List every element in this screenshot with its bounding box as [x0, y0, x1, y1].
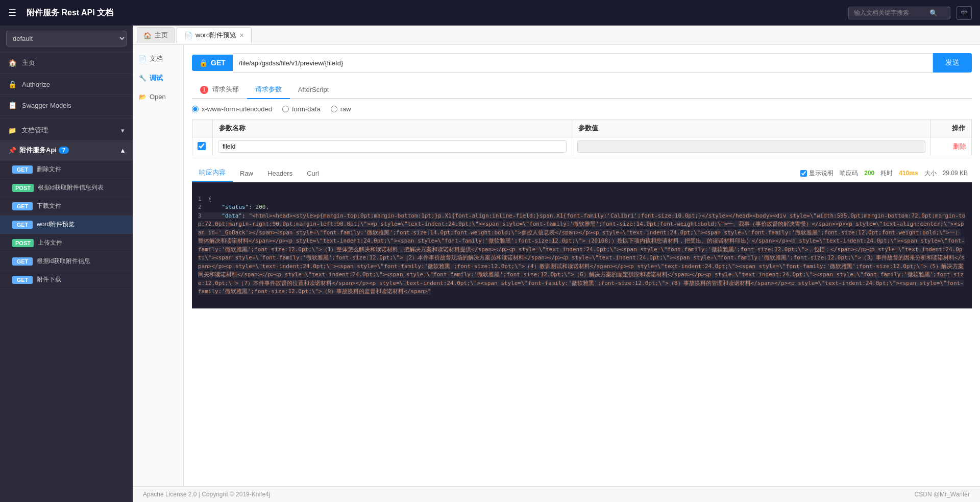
- param-checkbox[interactable]: [198, 142, 206, 150]
- error-badge: 1: [200, 86, 208, 94]
- api-item-get-list[interactable]: POST 根据id获取附件信息列表: [0, 179, 133, 197]
- status-code-label: 响应码: [840, 169, 858, 178]
- sidebar-item-swagger-models[interactable]: 📋 Swagger Models: [0, 95, 133, 116]
- lang-button[interactable]: 中: [957, 6, 972, 20]
- api-item-label: 附件下载: [37, 275, 61, 284]
- api-item-word-preview[interactable]: GET word附件预览: [0, 216, 133, 234]
- show-desc: 显示说明: [800, 169, 834, 178]
- radio-formdata-label: form-data: [292, 105, 321, 113]
- main-panel: 🔒 GET 发送 1 请求头部 请求参数 Aft: [184, 45, 980, 486]
- radio-urlencoded-label: x-www-form-urlencoded: [202, 105, 272, 113]
- collapse-arrow: ▴: [121, 147, 125, 154]
- col-action: 操作: [931, 119, 972, 137]
- word-preview-tab-label: word附件预览: [195, 31, 236, 40]
- footer: Apache License 2.0 | Copyright © 2019-Kn…: [133, 486, 980, 502]
- size-label: 大小: [924, 169, 937, 178]
- sidebar-item-authorize[interactable]: 🔒 Authorize: [0, 74, 133, 95]
- request-header-label: 请求头部: [212, 85, 239, 93]
- api-group-label: 附件服务Api: [19, 146, 57, 155]
- api-icon: 📌: [8, 147, 16, 154]
- api-item-label: 下载文件: [37, 202, 61, 210]
- resp-tab-content[interactable]: 响应内容: [192, 164, 233, 182]
- time-value: 410ms: [899, 170, 918, 177]
- tab-request-params[interactable]: 请求参数: [247, 81, 290, 98]
- sidebar-item-label: Swagger Models: [22, 102, 71, 109]
- api-item-label: 根据id获取附件信息: [37, 257, 90, 266]
- radio-raw-input[interactable]: [331, 106, 337, 112]
- main-layout: default 🏠 主页 🔒 Authorize 📋 Swagger Model…: [0, 26, 980, 502]
- radio-urlencoded-input[interactable]: [192, 106, 199, 112]
- folder-icon: 📁: [8, 127, 16, 134]
- api-item-download[interactable]: GET 下载文件: [0, 197, 133, 216]
- radio-raw[interactable]: raw: [331, 105, 351, 113]
- tab-close-icon[interactable]: ✕: [239, 32, 244, 39]
- env-select[interactable]: default: [6, 31, 127, 46]
- sidebar-file-mgmt[interactable]: 📁 文档管理 ▾: [0, 121, 133, 140]
- send-button[interactable]: 发送: [933, 53, 972, 73]
- open-icon: 📂: [139, 93, 146, 101]
- api-item-get-info[interactable]: GET 根据id获取附件信息: [0, 252, 133, 271]
- api-count-badge: 7: [59, 147, 69, 154]
- content-area: 🏠 主页 📄 word附件预览 ✕ 📄 文档 🔧 调试: [133, 26, 980, 502]
- col-param-value: 参数值: [572, 119, 931, 137]
- method-get-badge: GET: [12, 221, 33, 229]
- afterscript-label: AfterScript: [298, 86, 329, 93]
- menu-icon[interactable]: ☰: [8, 7, 16, 18]
- clipboard-icon: 📋: [8, 101, 17, 109]
- api-item-delete-file[interactable]: GET 删除文件: [0, 160, 133, 179]
- radio-group: x-www-form-urlencoded form-data raw: [192, 105, 972, 113]
- env-select-container: default: [0, 26, 133, 52]
- sidebar-item-home[interactable]: 🏠 主页: [0, 52, 133, 74]
- method-get-badge: GET: [12, 165, 33, 174]
- left-nav-doc[interactable]: 📄 文档: [133, 49, 183, 68]
- left-nav-debug[interactable]: 🔧 调试: [133, 68, 183, 88]
- delete-param-button[interactable]: 删除: [953, 142, 966, 151]
- time-label: 耗时: [880, 169, 893, 178]
- api-item-label: 上传文件: [38, 238, 62, 247]
- radio-formdata[interactable]: form-data: [282, 105, 321, 113]
- radio-urlencoded[interactable]: x-www-form-urlencoded: [192, 105, 272, 113]
- resp-tab-curl[interactable]: Curl: [300, 166, 326, 181]
- search-input[interactable]: [854, 9, 925, 16]
- tab-afterscript[interactable]: AfterScript: [290, 82, 337, 98]
- param-value-input[interactable]: [577, 140, 926, 153]
- home-icon: 🏠: [8, 59, 17, 67]
- endpoint-url-input[interactable]: [233, 53, 933, 73]
- left-nav-open[interactable]: 📂 Open: [133, 88, 183, 106]
- tab-bar: 🏠 主页 📄 word附件预览 ✕: [133, 26, 980, 45]
- response-content[interactable]: 1 { 2 "status": 200, 3 "data": "<html><h…: [192, 182, 972, 308]
- sidebar: default 🏠 主页 🔒 Authorize 📋 Swagger Model…: [0, 26, 133, 502]
- api-item-label: word附件预览: [37, 220, 75, 229]
- response-tabs: 响应内容 Raw Headers Curl 显示说明 响应码 200 耗时: [192, 164, 972, 182]
- api-item-attachment-download[interactable]: GET 附件下载: [0, 271, 133, 289]
- debug-label: 调试: [150, 74, 163, 83]
- debug-icon: 🔧: [139, 75, 146, 82]
- resp-tab-raw[interactable]: Raw: [233, 166, 260, 181]
- lock-icon: 🔒: [8, 80, 17, 88]
- split-layout: 📄 文档 🔧 调试 📂 Open 🔒 GET: [133, 45, 980, 486]
- param-value-cell: [572, 137, 931, 156]
- api-item-upload[interactable]: POST 上传文件: [0, 234, 133, 252]
- response-section: 响应内容 Raw Headers Curl 显示说明 响应码 200 耗时: [192, 164, 972, 308]
- file-tab-icon: 📄: [184, 32, 192, 39]
- sidebar-divider: [0, 118, 133, 118]
- tab-word-preview[interactable]: 📄 word附件预览 ✕: [177, 27, 252, 43]
- show-desc-checkbox[interactable]: [800, 170, 807, 177]
- api-title: 附件服务 Rest API 文档: [27, 8, 842, 18]
- radio-formdata-input[interactable]: [282, 106, 289, 112]
- api-group-header[interactable]: 📌 附件服务Api 7 ▴: [0, 140, 133, 160]
- action-cell: 删除: [931, 137, 972, 156]
- sidebar-item-label: 主页: [22, 58, 35, 67]
- param-name-input[interactable]: [218, 140, 567, 153]
- tab-home[interactable]: 🏠 主页: [137, 27, 175, 43]
- search-icon: 🔍: [929, 9, 938, 17]
- resp-meta: 显示说明 响应码 200 耗时 410ms 大小 29.09 KB: [800, 169, 972, 178]
- method-post-badge: POST: [12, 239, 34, 247]
- expand-arrow: ▾: [121, 127, 125, 134]
- col-checkbox: [192, 119, 213, 137]
- status-code-value: 200: [864, 170, 874, 177]
- tab-request-header[interactable]: 1 请求头部: [192, 81, 247, 98]
- resp-tab-headers[interactable]: Headers: [260, 166, 300, 181]
- request-params-label: 请求参数: [255, 85, 282, 93]
- home-tab-icon: 🏠: [143, 32, 152, 39]
